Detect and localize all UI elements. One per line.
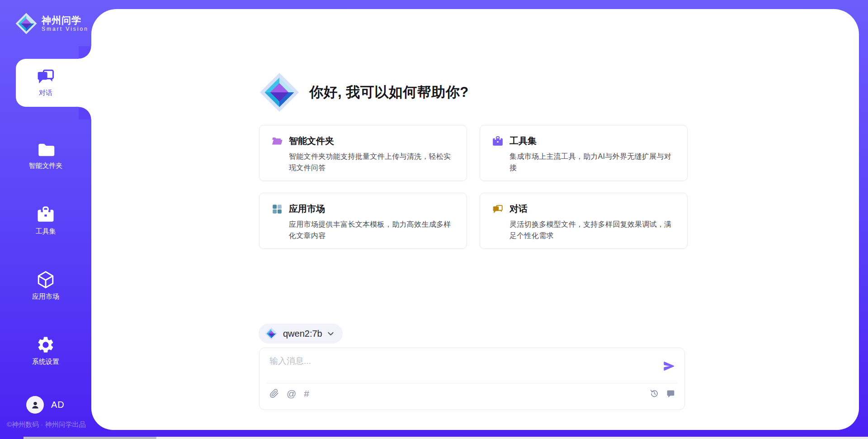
briefcase-icon bbox=[492, 135, 504, 147]
greeting-title: 你好, 我可以如何帮助你? bbox=[309, 83, 469, 102]
card-title: 工具集 bbox=[509, 135, 537, 147]
card-description: 集成市场上主流工具，助力AI与外界无缝扩展与对接 bbox=[509, 151, 676, 174]
sidebar-item-label: 应用市场 bbox=[0, 292, 91, 301]
gem-diamond-icon bbox=[15, 13, 37, 34]
brand-logo: 神州问学 Smart Vision bbox=[15, 13, 89, 34]
sidebar-item-toolset[interactable]: 工具集 bbox=[0, 205, 91, 236]
composer-divider bbox=[267, 383, 677, 383]
chat-bubbles-icon bbox=[36, 67, 56, 86]
scrollbar-thumb[interactable] bbox=[24, 437, 156, 439]
model-name: qwen2:7b bbox=[283, 329, 322, 339]
chat-bubbles-icon bbox=[492, 203, 504, 215]
avatar bbox=[26, 396, 44, 414]
sidebar-item-settings[interactable]: 系统设置 bbox=[0, 335, 91, 366]
chat-bubble-icon bbox=[666, 389, 675, 398]
history-button[interactable] bbox=[650, 389, 659, 398]
main-panel: 你好, 我可以如何帮助你? 智能文件夹 智能文件夹功能支持批量文件上传与清洗，轻… bbox=[91, 9, 859, 430]
sidebar-item-chat[interactable]: 对话 bbox=[16, 59, 91, 107]
user-account[interactable]: AD bbox=[26, 396, 65, 414]
apps-grid-icon bbox=[271, 203, 283, 215]
tab-fillet-top bbox=[79, 46, 91, 59]
card-app-market[interactable]: 应用市场 应用市场提供丰富长文本模板，助力高效生成多样化文章内容 bbox=[259, 193, 467, 249]
sidebar-item-label: 系统设置 bbox=[0, 358, 91, 366]
brand-subtitle: Smart Vision bbox=[42, 26, 89, 32]
user-name: AD bbox=[51, 400, 65, 410]
send-icon bbox=[663, 360, 675, 372]
brand-name: 神州问学 bbox=[42, 15, 89, 26]
briefcase-icon bbox=[36, 205, 55, 224]
card-title: 对话 bbox=[509, 203, 528, 215]
card-description: 灵活切换多模型文件，支持多样回复效果调试，满足个性化需求 bbox=[509, 219, 676, 242]
folder-icon bbox=[36, 139, 55, 158]
cube-icon bbox=[36, 270, 55, 289]
gem-diamond-icon bbox=[259, 72, 299, 112]
paperclip-icon bbox=[269, 389, 279, 398]
message-input[interactable] bbox=[269, 355, 649, 378]
horizontal-scrollbar[interactable] bbox=[24, 437, 868, 439]
gear-icon bbox=[36, 335, 55, 354]
card-chat[interactable]: 对话 灵活切换多模型文件，支持多样回复效果调试，满足个性化需求 bbox=[480, 193, 688, 249]
card-title: 应用市场 bbox=[289, 203, 325, 215]
card-description: 智能文件夹功能支持批量文件上传与清洗，轻松实现文件问答 bbox=[289, 151, 456, 174]
card-description: 应用市场提供丰富长文本模板，助力高效生成多样化文章内容 bbox=[289, 219, 456, 242]
sidebar-item-label: 对话 bbox=[16, 89, 75, 97]
send-button[interactable] bbox=[663, 360, 675, 372]
card-smart-folder[interactable]: 智能文件夹 智能文件夹功能支持批量文件上传与清洗，轻松实现文件问答 bbox=[259, 125, 467, 181]
open-folder-icon bbox=[271, 135, 283, 147]
attach-file-button[interactable] bbox=[269, 389, 279, 398]
sidebar: 神州问学 Smart Vision 对话 智能文件夹 工具集 应用市场 系统设置… bbox=[0, 0, 91, 439]
card-toolset[interactable]: 工具集 集成市场上主流工具，助力AI与外界无缝扩展与对接 bbox=[480, 125, 688, 181]
sidebar-item-smart-folder[interactable]: 智能文件夹 bbox=[0, 139, 91, 170]
new-chat-button[interactable] bbox=[666, 389, 675, 398]
person-icon bbox=[30, 400, 41, 410]
card-title: 智能文件夹 bbox=[289, 135, 334, 147]
message-composer: @ # bbox=[259, 348, 685, 410]
sidebar-item-app-market[interactable]: 应用市场 bbox=[0, 270, 91, 301]
sidebar-item-label: 工具集 bbox=[0, 227, 91, 236]
history-icon bbox=[650, 389, 659, 398]
footer-copyright: ©神州数码 · 神州问学出品 bbox=[7, 420, 85, 429]
mention-button[interactable]: @ bbox=[287, 389, 296, 398]
chevron-down-icon bbox=[327, 330, 335, 338]
topic-button[interactable]: # bbox=[304, 389, 309, 398]
gem-diamond-icon bbox=[265, 327, 278, 340]
feature-cards: 智能文件夹 智能文件夹功能支持批量文件上传与清洗，轻松实现文件问答 工具集 集成… bbox=[259, 125, 688, 249]
tab-fillet-bottom bbox=[79, 107, 91, 119]
greeting-block: 你好, 我可以如何帮助你? bbox=[259, 72, 469, 112]
model-selector[interactable]: qwen2:7b bbox=[259, 324, 343, 344]
sidebar-item-label: 智能文件夹 bbox=[0, 162, 91, 170]
